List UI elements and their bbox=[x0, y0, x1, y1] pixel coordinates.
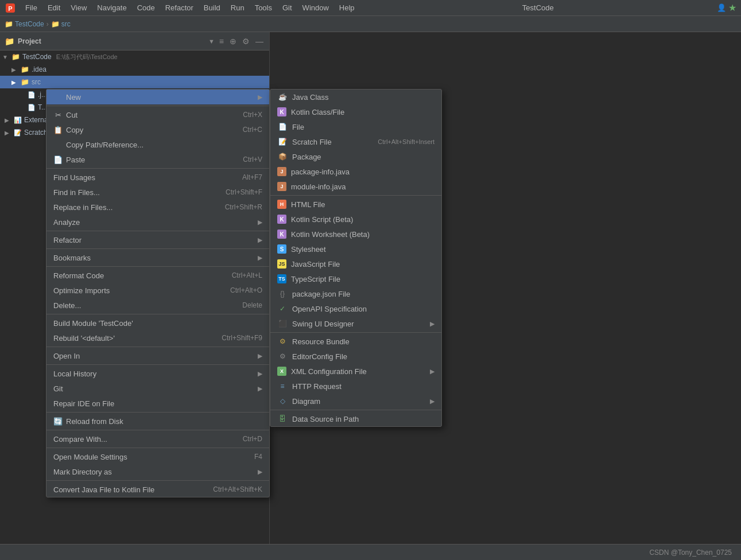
menu-code[interactable]: Code bbox=[133, 2, 160, 13]
menu-view[interactable]: View bbox=[66, 2, 91, 13]
sm-xml-config[interactable]: X XML Configuration File ▶ bbox=[270, 364, 441, 379]
settings-icon[interactable]: ★ bbox=[728, 2, 736, 13]
ctx-refactor[interactable]: Refactor ▶ bbox=[46, 232, 269, 247]
menu-edit[interactable]: Edit bbox=[43, 2, 65, 13]
ctx-find-usages-shortcut: Alt+F7 bbox=[242, 173, 262, 181]
menu-refactor[interactable]: Refactor bbox=[161, 2, 198, 13]
menu-git[interactable]: Git bbox=[278, 2, 297, 13]
sm-ts-file[interactable]: TS TypeScript File bbox=[270, 271, 441, 286]
ctx-new[interactable]: New ▶ bbox=[46, 90, 269, 104]
sm-java-class[interactable]: ☕ Java Class bbox=[270, 90, 441, 104]
ctx-paste-label: 📄 Paste bbox=[53, 155, 85, 164]
sm-java-class-label: Java Class bbox=[292, 93, 329, 102]
menu-run[interactable]: Run bbox=[226, 2, 249, 13]
ctx-find-files[interactable]: Find in Files... Ctrl+Shift+F bbox=[46, 185, 269, 200]
menu-window[interactable]: Window bbox=[298, 2, 333, 13]
collapse-all-icon[interactable]: ≡ bbox=[218, 36, 225, 47]
ctx-convert-kotlin[interactable]: Convert Java File to Kotlin File Ctrl+Al… bbox=[46, 482, 269, 497]
ctx-open-in-arrow: ▶ bbox=[258, 352, 262, 360]
ctx-sep-2 bbox=[46, 168, 269, 169]
ctx-repair-ide[interactable]: Repair IDE on File bbox=[46, 396, 269, 411]
ctx-analyze[interactable]: Analyze ▶ bbox=[46, 215, 269, 230]
ctx-refactor-arrow: ▶ bbox=[258, 236, 262, 244]
ctx-reformat-label: Reformat Code bbox=[53, 271, 104, 280]
ctx-compare[interactable]: Compare With... Ctrl+D bbox=[46, 431, 269, 446]
scratch-arrow: ▶ bbox=[5, 130, 11, 136]
sm-kotlin-class[interactable]: K Kotlin Class/File bbox=[270, 104, 441, 119]
ctx-sep-11 bbox=[46, 448, 269, 448]
close-panel-icon[interactable]: — bbox=[254, 36, 265, 47]
sm-kotlin-script-icon: K bbox=[277, 215, 286, 224]
ctx-copy[interactable]: 📋 Copy Ctrl+C bbox=[46, 122, 269, 137]
sm-package-info-icon: J bbox=[277, 167, 286, 176]
sm-package-info[interactable]: J package-info.java bbox=[270, 164, 441, 179]
sm-swing[interactable]: ⬛ Swing UI Designer ▶ bbox=[270, 316, 441, 331]
context-menu: New ▶ ✂ Cut Ctrl+X 📋 Copy Ctrl+C Copy Pa… bbox=[46, 89, 270, 497]
ctx-sep-9 bbox=[46, 412, 269, 413]
sm-resource-bundle[interactable]: ⚙ Resource Bundle bbox=[270, 334, 441, 349]
src-arrow: ▶ bbox=[11, 79, 18, 85]
sm-kotlin-worksheet[interactable]: K Kotlin Worksheet (Beta) bbox=[270, 227, 441, 242]
ctx-open-in[interactable]: Open In ▶ bbox=[46, 348, 269, 363]
sm-diagram[interactable]: ◇ Diagram ▶ bbox=[270, 394, 441, 409]
sm-kotlin-script[interactable]: K Kotlin Script (Beta) bbox=[270, 212, 441, 227]
ctx-mark-dir[interactable]: Mark Directory as ▶ bbox=[46, 464, 269, 479]
idea-folder-icon: 📁 bbox=[21, 65, 29, 73]
ctx-sep-4 bbox=[46, 248, 269, 249]
ctx-sep-1 bbox=[46, 106, 269, 106]
scroll-to-icon[interactable]: ⊕ bbox=[228, 36, 238, 47]
menu-file[interactable]: File bbox=[21, 2, 42, 13]
account-icon[interactable]: 👤 bbox=[717, 3, 726, 12]
ctx-reload-label: 🔄 Reload from Disk bbox=[53, 417, 123, 426]
menu-tools[interactable]: Tools bbox=[250, 2, 277, 13]
gear-icon[interactable]: ⚙ bbox=[241, 36, 251, 47]
sm-package[interactable]: 📦 Package bbox=[270, 149, 441, 164]
sm-html[interactable]: H HTML File bbox=[270, 197, 441, 212]
tree-src[interactable]: ▶ 📁 src bbox=[0, 76, 269, 88]
sm-http-request[interactable]: ≡ HTTP Request bbox=[270, 379, 441, 394]
ctx-paste[interactable]: 📄 Paste Ctrl+V bbox=[46, 152, 269, 167]
panel-dropdown-icon[interactable]: ▼ bbox=[208, 38, 215, 45]
project-icon: 📁 bbox=[5, 37, 14, 46]
sm-openapi[interactable]: ✓ OpenAPI Specification bbox=[270, 301, 441, 316]
sm-resource-label: Resource Bundle bbox=[292, 337, 350, 346]
ctx-reformat[interactable]: Reformat Code Ctrl+Alt+L bbox=[46, 268, 269, 283]
sm-js-file[interactable]: JS JavaScript File bbox=[270, 256, 441, 271]
sm-scratch[interactable]: 📝 Scratch File Ctrl+Alt+Shift+Insert bbox=[270, 134, 441, 149]
sm-editorconfig[interactable]: ⚙ EditorConfig File bbox=[270, 349, 441, 364]
sm-package-json[interactable]: {} package.json File bbox=[270, 286, 441, 301]
tree-idea[interactable]: ▶ 📁 .idea bbox=[0, 63, 269, 76]
sm-swing-icon: ⬛ bbox=[277, 318, 288, 329]
sm-openapi-icon: ✓ bbox=[277, 304, 288, 314]
ctx-build-module[interactable]: Build Module 'TestCode' bbox=[46, 316, 269, 330]
ctx-bookmarks[interactable]: Bookmarks ▶ bbox=[46, 250, 269, 265]
ctx-copy-path[interactable]: Copy Path/Reference... bbox=[46, 137, 269, 152]
ctx-git[interactable]: Git ▶ bbox=[46, 381, 269, 396]
ctx-local-history[interactable]: Local History ▶ bbox=[46, 366, 269, 381]
menu-navigate[interactable]: Navigate bbox=[92, 2, 131, 13]
ctx-replace-files[interactable]: Replace in Files... Ctrl+Shift+R bbox=[46, 200, 269, 215]
ctx-rebuild-shortcut: Ctrl+Shift+F9 bbox=[222, 334, 262, 342]
ctx-rebuild[interactable]: Rebuild '<default>' Ctrl+Shift+F9 bbox=[46, 330, 269, 345]
svg-text:P: P bbox=[8, 5, 12, 12]
ctx-module-settings[interactable]: Open Module Settings F4 bbox=[46, 449, 269, 464]
sm-stylesheet[interactable]: S Stylesheet bbox=[270, 242, 441, 256]
ctx-replace-shortcut: Ctrl+Shift+R bbox=[225, 203, 262, 211]
ctx-delete[interactable]: Delete... Delete bbox=[46, 298, 269, 313]
ctx-cut[interactable]: ✂ Cut Ctrl+X bbox=[46, 107, 269, 122]
breadcrumb-src[interactable]: 📁 src bbox=[51, 20, 71, 28]
sm-diagram-arrow: ▶ bbox=[430, 398, 434, 405]
ctx-reload[interactable]: 🔄 Reload from Disk bbox=[46, 414, 269, 429]
ctx-find-usages[interactable]: Find Usages Alt+F7 bbox=[46, 170, 269, 185]
ctx-module-settings-label: Open Module Settings bbox=[53, 453, 127, 461]
tree-root[interactable]: ▼ 📁 TestCode E:\练习代码\TestCode bbox=[0, 50, 269, 63]
panel-header: 📁 Project ▼ ≡ ⊕ ⚙ — bbox=[0, 32, 269, 50]
menu-build[interactable]: Build bbox=[199, 2, 225, 13]
ctx-optimize[interactable]: Optimize Imports Ctrl+Alt+O bbox=[46, 283, 269, 298]
breadcrumb-project[interactable]: 📁 TestCode bbox=[5, 20, 44, 28]
ctx-cut-label: ✂ Cut bbox=[53, 111, 77, 119]
sm-file[interactable]: 📄 File bbox=[270, 119, 441, 134]
menu-help[interactable]: Help bbox=[335, 2, 359, 13]
sm-datasource[interactable]: 🗄 Data Source in Path bbox=[270, 411, 441, 426]
sm-module-info[interactable]: J module-info.java bbox=[270, 179, 441, 194]
